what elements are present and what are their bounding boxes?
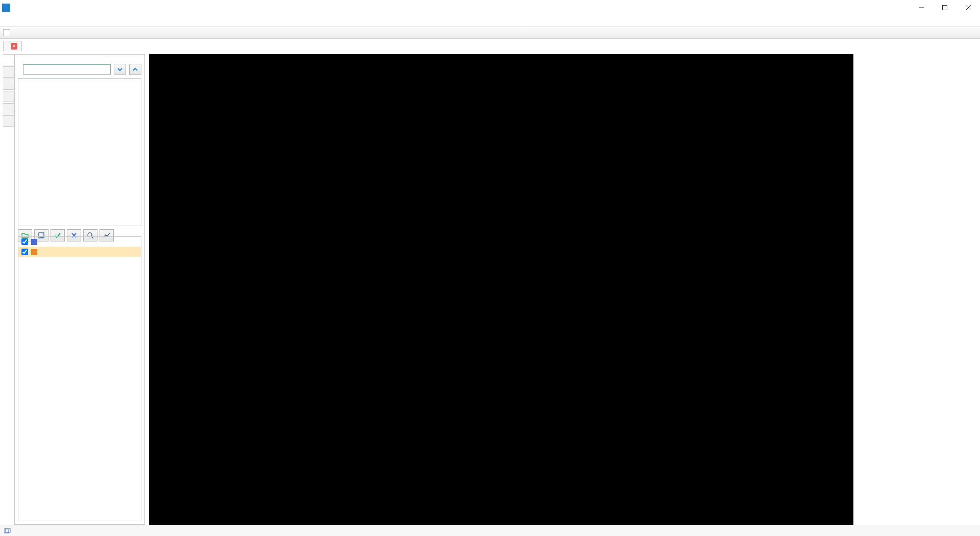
vertical-tab-rail [3, 54, 14, 525]
statusbar [0, 525, 980, 536]
vtab-cut[interactable] [3, 79, 14, 90]
time-info [18, 230, 141, 236]
search-input[interactable] [23, 64, 111, 75]
file-tab[interactable]: × [3, 41, 22, 51]
search-next-button[interactable] [114, 64, 126, 75]
channel-visible-checkbox[interactable] [21, 238, 28, 245]
vtab-convert[interactable] [3, 66, 14, 78]
selected-channel-row[interactable] [18, 247, 141, 257]
search-prev-button[interactable] [129, 64, 141, 75]
vtab-filter[interactable] [3, 103, 14, 114]
menu-file[interactable] [2, 20, 10, 22]
file-tab-bar: × [0, 39, 980, 51]
multiple-files-icon [4, 528, 11, 533]
menu-help[interactable] [27, 20, 35, 22]
menubar [0, 15, 980, 27]
main-area [0, 51, 980, 525]
close-button[interactable] [957, 0, 980, 15]
single-file-icon [3, 29, 10, 36]
mode-toolbar [0, 27, 980, 39]
vtab-channels[interactable] [3, 54, 14, 65]
search-row [18, 58, 141, 75]
titlebar [0, 0, 980, 15]
stats-panel [857, 54, 977, 525]
menu-plot[interactable] [18, 20, 27, 22]
vtab-resample[interactable] [3, 115, 14, 127]
svg-rect-1 [943, 6, 947, 10]
channels-panel [14, 54, 145, 525]
maximize-button[interactable] [933, 0, 957, 15]
menu-settings[interactable] [10, 20, 18, 22]
channel-color-swatch [31, 239, 37, 245]
vtab-export[interactable] [3, 91, 14, 102]
plot-area[interactable] [149, 54, 853, 525]
channels-tree [18, 78, 141, 226]
selected-channels-list [18, 236, 141, 521]
app-icon [2, 4, 10, 12]
plot-column [145, 54, 857, 525]
minimize-button[interactable] [910, 0, 933, 15]
channel-visible-checkbox[interactable] [21, 249, 28, 255]
channel-color-swatch [31, 249, 37, 255]
close-icon[interactable]: × [11, 43, 17, 50]
selected-channel-row[interactable] [18, 237, 141, 247]
